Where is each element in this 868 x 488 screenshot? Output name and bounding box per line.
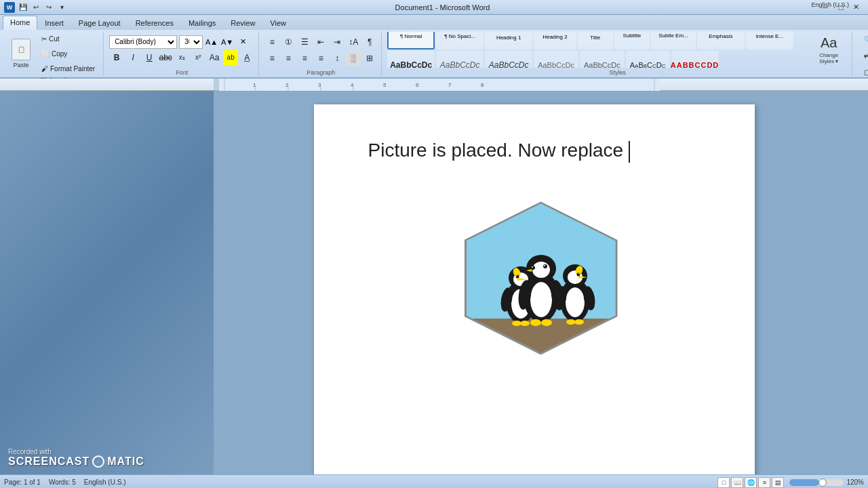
style-no-spacing[interactable]: AaBbCcDc ¶ No Spaci...: [436, 32, 484, 49]
tab-insert[interactable]: Insert: [37, 16, 71, 30]
print-layout-button[interactable]: □: [717, 477, 730, 488]
copy-button[interactable]: ⬜ Copy: [37, 47, 99, 60]
tab-page-layout[interactable]: Page Layout: [71, 16, 128, 30]
subscript-button[interactable]: x₂: [174, 50, 189, 65]
style-intense-emphasis[interactable]: AaBbCcDc Intense E...: [746, 32, 793, 49]
svg-point-53: [541, 319, 552, 326]
style-emphasis[interactable]: AaBbCcDc Emphasis: [697, 32, 745, 49]
paste-button[interactable]: 📋 Paste: [7, 37, 35, 70]
font-name-select[interactable]: Calibri (Body): [109, 35, 177, 49]
font-label: Font: [176, 68, 188, 76]
cut-button[interactable]: ✂ Cut: [37, 32, 99, 45]
ribbon-content: 📋 Paste ✂ Cut ⬜ Copy 🖌 Format Painter Cl…: [0, 30, 868, 77]
clear-formatting-button[interactable]: ✕: [236, 35, 250, 49]
zoom-slider[interactable]: [789, 479, 844, 486]
borders-button[interactable]: ⊞: [362, 51, 377, 66]
ruler-inner[interactable]: 1 2 3 4 5 6 7 8: [219, 79, 660, 90]
window-controls: English (U.S.) ─ □ ✕: [818, 1, 864, 14]
paste-label: Paste: [13, 62, 28, 68]
font-color-button[interactable]: A: [239, 50, 254, 65]
align-left-button[interactable]: ≡: [264, 51, 279, 66]
style-heading2[interactable]: AaBbCc Heading 2: [534, 32, 576, 49]
style-subtle-emphasis[interactable]: AaBbCcDc Subtle Em...: [651, 32, 696, 49]
style-intense-reference[interactable]: AaBbCcDc Intense Re...: [580, 51, 625, 68]
style-quote[interactable]: AaBbCcDc Quote: [436, 51, 484, 68]
style-heading1[interactable]: AaBbCc Heading 1: [485, 32, 532, 49]
italic-button[interactable]: I: [125, 50, 140, 65]
find-button[interactable]: 🔍 Find: [858, 32, 868, 47]
style-strong[interactable]: AaBbCcDc Strong: [387, 51, 435, 68]
align-center-button[interactable]: ≡: [281, 51, 296, 66]
status-right: □ 📖 🌐 ≡ ▤ 120%: [717, 477, 864, 488]
format-painter-button[interactable]: 🖌 Format Painter: [37, 62, 99, 75]
highlight-button[interactable]: ab: [223, 50, 238, 65]
tab-home[interactable]: Home: [3, 16, 37, 30]
style-subtitle[interactable]: AaBbCc Subtitle: [614, 32, 650, 49]
redo-quick-btn[interactable]: ↪: [43, 2, 54, 13]
hexagon-clip: [467, 203, 616, 352]
align-right-button[interactable]: ≡: [297, 51, 312, 66]
language-status: English (U.S.): [84, 479, 126, 486]
superscript-button[interactable]: x²: [191, 50, 205, 65]
style-intense-quote[interactable]: AaBbCcDc Intense Q...: [485, 51, 532, 68]
underline-button[interactable]: U: [142, 50, 157, 65]
document-text[interactable]: Picture is placed. Now replace: [368, 138, 714, 163]
close-button[interactable]: ✕: [849, 1, 864, 14]
justify-button[interactable]: ≡: [313, 51, 328, 66]
change-case-button[interactable]: Aa: [207, 50, 222, 65]
font-size-select[interactable]: 36: [179, 35, 203, 49]
web-layout-button[interactable]: 🌐: [745, 477, 757, 488]
line-spacing-button[interactable]: ↕: [330, 51, 344, 66]
style-normal[interactable]: AaBbCcDc ¶ Normal: [387, 32, 435, 49]
style-title[interactable]: AaB Title: [578, 32, 613, 49]
zoom-controls: 120%: [789, 479, 864, 486]
font-grow-button[interactable]: A▲: [205, 35, 218, 49]
bullets-button[interactable]: ≡: [264, 35, 279, 49]
bold-button[interactable]: B: [109, 50, 124, 65]
zoom-fill: [789, 479, 819, 486]
svg-text:6: 6: [416, 82, 419, 88]
outline-button[interactable]: ≡: [758, 477, 770, 488]
zoom-handle[interactable]: [818, 479, 827, 487]
document-area[interactable]: Picture is placed. Now replace: [214, 91, 868, 474]
select-button[interactable]: ▢ Select: [858, 64, 868, 79]
ruler: 1 2 3 4 5 6 7 8: [0, 79, 868, 91]
tab-references[interactable]: References: [128, 16, 181, 30]
ruler-left-margin: [214, 79, 219, 90]
main-area: Picture is placed. Now replace: [0, 91, 868, 474]
strikethrough-button[interactable]: abc: [158, 50, 173, 65]
undo-quick-btn[interactable]: ↩: [31, 2, 41, 13]
font-shrink-button[interactable]: A▼: [220, 35, 234, 49]
save-quick-btn[interactable]: 💾: [18, 2, 28, 13]
clipboard-secondary: ✂ Cut ⬜ Copy 🖌 Format Painter: [37, 32, 99, 75]
tab-review[interactable]: Review: [223, 16, 262, 30]
document[interactable]: Picture is placed. Now replace: [314, 104, 755, 474]
numbering-button[interactable]: ①: [281, 35, 296, 49]
replace-button[interactable]: ⇄ Replace: [858, 48, 868, 63]
hex-image-container: [368, 203, 714, 352]
decrease-indent-button[interactable]: ⇤: [313, 35, 328, 49]
quick-access-dropdown[interactable]: ▾: [56, 2, 67, 13]
quick-access-toolbar: 💾 ↩ ↪ ▾: [18, 2, 67, 13]
text-cursor: [629, 141, 630, 163]
svg-point-24: [516, 276, 517, 277]
svg-point-47: [532, 266, 533, 268]
increase-indent-button[interactable]: ⇥: [330, 35, 344, 49]
tab-mailings[interactable]: Mailings: [181, 16, 223, 30]
change-styles-button[interactable]: Aa ChangeStyles ▾: [810, 34, 848, 66]
style-intense-no-spacing[interactable]: AABBCCDD AABBCCDD: [671, 51, 719, 68]
full-reading-button[interactable]: 📖: [731, 477, 743, 488]
show-paragraph-button[interactable]: ¶: [362, 35, 377, 49]
svg-text:8: 8: [481, 82, 484, 88]
sort-button[interactable]: ↕A: [346, 35, 361, 49]
font-group: Calibri (Body) 36 A▲ A▼ ✕ B I U abc: [105, 32, 259, 76]
shading-button[interactable]: ░: [346, 51, 361, 66]
view-buttons: □ 📖 🌐 ≡ ▤: [717, 477, 784, 488]
draft-button[interactable]: ▤: [772, 477, 784, 488]
style-book-title[interactable]: AaBbCcDc Book Title: [626, 51, 670, 68]
hexagon-wrapper[interactable]: [467, 203, 616, 352]
svg-text:7: 7: [448, 82, 452, 88]
tab-view[interactable]: View: [262, 16, 294, 30]
style-subtle-reference[interactable]: AaBbCcDc Subtle Ref...: [534, 51, 578, 68]
multilevel-button[interactable]: ☰: [297, 35, 312, 49]
